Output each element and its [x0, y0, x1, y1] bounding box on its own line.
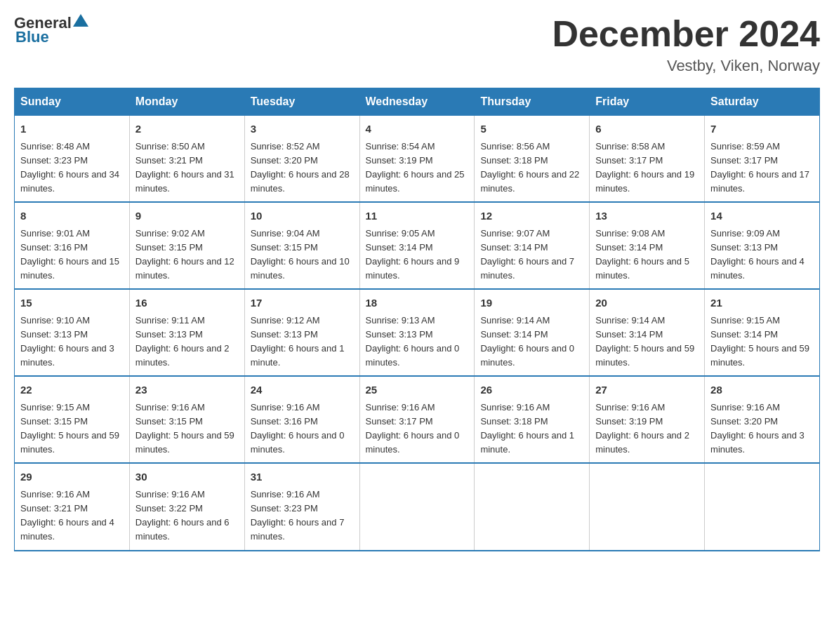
day-info: Sunrise: 8:56 AMSunset: 3:18 PMDaylight:…: [480, 140, 583, 196]
day-info: Sunrise: 9:12 AMSunset: 3:13 PMDaylight:…: [251, 314, 354, 370]
day-info: Sunrise: 9:16 AMSunset: 3:18 PMDaylight:…: [480, 401, 583, 457]
day-number: 27: [595, 382, 699, 398]
day-info: Sunrise: 8:58 AMSunset: 3:17 PMDaylight:…: [595, 140, 699, 196]
calendar-cell: 17Sunrise: 9:12 AMSunset: 3:13 PMDayligh…: [244, 289, 359, 376]
calendar-cell: 9Sunrise: 9:02 AMSunset: 3:15 PMDaylight…: [129, 202, 244, 289]
calendar-cell: [475, 463, 590, 550]
day-info: Sunrise: 8:50 AMSunset: 3:21 PMDaylight:…: [135, 140, 239, 196]
day-info: Sunrise: 9:04 AMSunset: 3:15 PMDaylight:…: [251, 227, 354, 283]
day-info: Sunrise: 9:16 AMSunset: 3:23 PMDaylight:…: [251, 488, 354, 544]
day-info: Sunrise: 9:14 AMSunset: 3:14 PMDaylight:…: [595, 314, 699, 370]
day-info: Sunrise: 9:16 AMSunset: 3:17 PMDaylight:…: [366, 401, 469, 457]
calendar-cell: 29Sunrise: 9:16 AMSunset: 3:21 PMDayligh…: [15, 463, 130, 550]
day-number: 25: [366, 382, 469, 398]
day-number: 26: [480, 382, 583, 398]
month-title: December 2024: [552, 14, 820, 54]
logo-blue-text: Blue: [15, 28, 49, 46]
calendar-week-row: 29Sunrise: 9:16 AMSunset: 3:21 PMDayligh…: [15, 463, 820, 550]
calendar-cell: 26Sunrise: 9:16 AMSunset: 3:18 PMDayligh…: [475, 376, 590, 463]
calendar-cell: 25Sunrise: 9:16 AMSunset: 3:17 PMDayligh…: [359, 376, 475, 463]
location-subtitle: Vestby, Viken, Norway: [552, 57, 820, 75]
calendar-cell: 30Sunrise: 9:16 AMSunset: 3:22 PMDayligh…: [129, 463, 244, 550]
calendar-cell: 28Sunrise: 9:16 AMSunset: 3:20 PMDayligh…: [705, 376, 820, 463]
day-info: Sunrise: 9:10 AMSunset: 3:13 PMDaylight:…: [20, 314, 124, 370]
day-info: Sunrise: 9:11 AMSunset: 3:13 PMDaylight:…: [135, 314, 239, 370]
calendar-cell: 14Sunrise: 9:09 AMSunset: 3:13 PMDayligh…: [705, 202, 820, 289]
calendar-cell: 24Sunrise: 9:16 AMSunset: 3:16 PMDayligh…: [244, 376, 359, 463]
calendar-week-row: 22Sunrise: 9:15 AMSunset: 3:15 PMDayligh…: [15, 376, 820, 463]
col-header-wednesday: Wednesday: [359, 88, 475, 116]
day-info: Sunrise: 9:07 AMSunset: 3:14 PMDaylight:…: [480, 227, 583, 283]
day-number: 4: [366, 121, 469, 137]
day-number: 17: [251, 295, 354, 311]
day-info: Sunrise: 9:16 AMSunset: 3:19 PMDaylight:…: [595, 401, 699, 457]
day-info: Sunrise: 8:52 AMSunset: 3:20 PMDaylight:…: [251, 140, 354, 196]
day-info: Sunrise: 9:16 AMSunset: 3:15 PMDaylight:…: [135, 401, 239, 457]
day-info: Sunrise: 9:16 AMSunset: 3:16 PMDaylight:…: [251, 401, 354, 457]
calendar-header-row: SundayMondayTuesdayWednesdayThursdayFrid…: [15, 88, 820, 116]
calendar-cell: 23Sunrise: 9:16 AMSunset: 3:15 PMDayligh…: [129, 376, 244, 463]
day-number: 28: [710, 382, 814, 398]
day-number: 15: [20, 295, 124, 311]
page-header: General Blue December 2024 Vestby, Viken…: [14, 14, 820, 75]
col-header-monday: Monday: [129, 88, 244, 116]
calendar-cell: 18Sunrise: 9:13 AMSunset: 3:13 PMDayligh…: [359, 289, 475, 376]
calendar-cell: 11Sunrise: 9:05 AMSunset: 3:14 PMDayligh…: [359, 202, 475, 289]
day-number: 2: [135, 121, 239, 137]
day-number: 20: [595, 295, 699, 311]
calendar-cell: 1Sunrise: 8:48 AMSunset: 3:23 PMDaylight…: [15, 116, 130, 203]
day-number: 5: [480, 121, 583, 137]
col-header-tuesday: Tuesday: [244, 88, 359, 116]
calendar-cell: [359, 463, 475, 550]
day-number: 11: [366, 208, 469, 224]
col-header-sunday: Sunday: [15, 88, 130, 116]
calendar-cell: 8Sunrise: 9:01 AMSunset: 3:16 PMDaylight…: [15, 202, 130, 289]
calendar-cell: 13Sunrise: 9:08 AMSunset: 3:14 PMDayligh…: [590, 202, 705, 289]
day-info: Sunrise: 9:16 AMSunset: 3:22 PMDaylight:…: [135, 488, 239, 544]
day-number: 23: [135, 382, 239, 398]
day-number: 31: [251, 469, 354, 485]
day-number: 21: [710, 295, 814, 311]
svg-marker-0: [73, 14, 88, 27]
col-header-friday: Friday: [590, 88, 705, 116]
day-number: 30: [135, 469, 239, 485]
day-info: Sunrise: 9:15 AMSunset: 3:15 PMDaylight:…: [20, 401, 124, 457]
calendar-cell: 2Sunrise: 8:50 AMSunset: 3:21 PMDaylight…: [129, 116, 244, 203]
calendar-cell: 16Sunrise: 9:11 AMSunset: 3:13 PMDayligh…: [129, 289, 244, 376]
day-info: Sunrise: 8:54 AMSunset: 3:19 PMDaylight:…: [366, 140, 469, 196]
col-header-saturday: Saturday: [705, 88, 820, 116]
logo: General Blue: [14, 14, 88, 46]
day-number: 6: [595, 121, 699, 137]
day-info: Sunrise: 9:08 AMSunset: 3:14 PMDaylight:…: [595, 227, 699, 283]
day-number: 13: [595, 208, 699, 224]
calendar-cell: 31Sunrise: 9:16 AMSunset: 3:23 PMDayligh…: [244, 463, 359, 550]
day-info: Sunrise: 9:05 AMSunset: 3:14 PMDaylight:…: [366, 227, 469, 283]
calendar-table: SundayMondayTuesdayWednesdayThursdayFrid…: [14, 88, 820, 551]
title-block: December 2024 Vestby, Viken, Norway: [552, 14, 820, 75]
day-number: 24: [251, 382, 354, 398]
day-number: 3: [251, 121, 354, 137]
calendar-cell: 7Sunrise: 8:59 AMSunset: 3:17 PMDaylight…: [705, 116, 820, 203]
day-info: Sunrise: 9:14 AMSunset: 3:14 PMDaylight:…: [480, 314, 583, 370]
day-info: Sunrise: 9:09 AMSunset: 3:13 PMDaylight:…: [710, 227, 814, 283]
calendar-cell: [590, 463, 705, 550]
calendar-cell: 20Sunrise: 9:14 AMSunset: 3:14 PMDayligh…: [590, 289, 705, 376]
day-number: 10: [251, 208, 354, 224]
calendar-cell: 15Sunrise: 9:10 AMSunset: 3:13 PMDayligh…: [15, 289, 130, 376]
day-info: Sunrise: 9:01 AMSunset: 3:16 PMDaylight:…: [20, 227, 124, 283]
day-number: 22: [20, 382, 124, 398]
day-number: 16: [135, 295, 239, 311]
day-info: Sunrise: 9:16 AMSunset: 3:20 PMDaylight:…: [710, 401, 814, 457]
day-info: Sunrise: 9:02 AMSunset: 3:15 PMDaylight:…: [135, 227, 239, 283]
day-number: 7: [710, 121, 814, 137]
day-number: 9: [135, 208, 239, 224]
calendar-cell: 3Sunrise: 8:52 AMSunset: 3:20 PMDaylight…: [244, 116, 359, 203]
day-info: Sunrise: 9:15 AMSunset: 3:14 PMDaylight:…: [710, 314, 814, 370]
day-number: 19: [480, 295, 583, 311]
day-info: Sunrise: 9:16 AMSunset: 3:21 PMDaylight:…: [20, 488, 124, 544]
day-info: Sunrise: 8:48 AMSunset: 3:23 PMDaylight:…: [20, 140, 124, 196]
calendar-week-row: 8Sunrise: 9:01 AMSunset: 3:16 PMDaylight…: [15, 202, 820, 289]
calendar-cell: 6Sunrise: 8:58 AMSunset: 3:17 PMDaylight…: [590, 116, 705, 203]
day-number: 8: [20, 208, 124, 224]
calendar-cell: 12Sunrise: 9:07 AMSunset: 3:14 PMDayligh…: [475, 202, 590, 289]
